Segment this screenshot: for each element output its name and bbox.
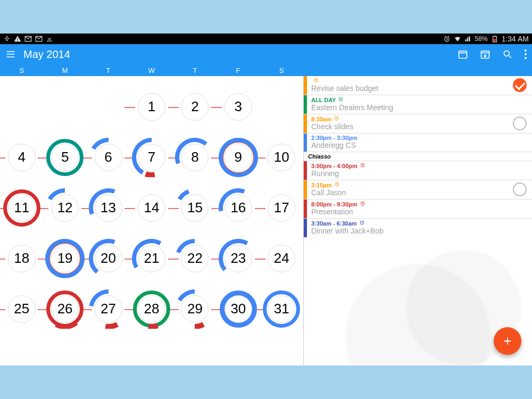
calendar-day[interactable]: 27	[87, 284, 130, 334]
event-time: 3:30am - 6:30am	[311, 220, 528, 227]
day-number: 29	[181, 295, 209, 323]
calendar-day[interactable]: 1	[130, 81, 173, 132]
day-of-week-header: SMTWTFS	[0, 64, 532, 76]
day-number: 18	[8, 245, 36, 272]
day-number: 24	[268, 245, 295, 272]
day-number: 2	[181, 93, 209, 121]
day-number: 19	[51, 245, 79, 272]
agenda-event[interactable]: 3:15pm Call Jason	[304, 180, 532, 199]
calendar-day[interactable]: 25	[0, 284, 43, 334]
calendar-day[interactable]: 2	[173, 81, 217, 132]
dow-label: M	[43, 64, 86, 76]
agenda-event[interactable]: 3:00pm - 4:00pm Running	[304, 161, 532, 180]
day-number: 25	[8, 295, 36, 323]
search-icon[interactable]	[502, 49, 513, 60]
calendar-day[interactable]: 13	[87, 182, 130, 233]
goto-date-icon[interactable]	[480, 49, 491, 60]
calendar-day[interactable]: 7	[130, 132, 173, 182]
agenda-event[interactable]: 2:30pm - 3:30pm Anderegg CS	[304, 133, 532, 152]
day-number: 6	[95, 144, 122, 171]
calendar-day[interactable]: 28	[130, 284, 173, 334]
day-number: 22	[181, 245, 209, 272]
day-number: 16	[225, 194, 252, 222]
day-number: 14	[138, 194, 165, 222]
calendar-day[interactable]: 17	[260, 182, 303, 233]
day-number: 17	[268, 194, 295, 222]
calendar-day[interactable]: 4	[0, 132, 43, 182]
day-number: 30	[225, 295, 252, 323]
calendar-day[interactable]: 31	[260, 284, 303, 334]
page-title[interactable]: May 2014	[23, 48, 70, 61]
calendar-day[interactable]: 8	[173, 132, 217, 182]
alarm-icon	[360, 201, 365, 207]
dow-label: F	[217, 64, 260, 76]
alarm-icon	[360, 162, 365, 169]
day-number: 7	[138, 144, 165, 171]
agenda-event[interactable]: 8:30am Check slides	[304, 114, 532, 133]
overflow-menu-icon[interactable]	[525, 49, 527, 59]
dow-label: W	[130, 64, 173, 76]
calendar-day[interactable]: 29	[173, 284, 217, 334]
day-number: 9	[225, 144, 252, 171]
agenda-event[interactable]: Revise sales budget	[304, 76, 532, 95]
calendar-day[interactable]: 23	[217, 233, 260, 284]
svg-rect-3	[494, 36, 495, 36]
agenda-event[interactable]: 8:00pm - 9:30pm Presentation	[304, 199, 532, 218]
event-title: Presentation	[311, 207, 528, 216]
calendar-day[interactable]: 3	[217, 81, 260, 132]
calendar-day[interactable]: 12	[43, 182, 86, 233]
svg-point-6	[504, 51, 509, 56]
calendar-day[interactable]: 21	[130, 233, 173, 284]
app-header: May 2014	[0, 44, 532, 64]
event-title: Check slides	[311, 122, 509, 131]
mail-icon	[35, 35, 43, 43]
add-event-fab[interactable]	[494, 327, 521, 355]
agenda-event[interactable]: 3:30am - 6:30am Dinner with Jack+Bob	[304, 218, 532, 237]
day-number: 11	[8, 194, 36, 222]
menu-icon[interactable]	[5, 49, 16, 60]
event-time: ALL DAY	[311, 96, 528, 103]
calendar-day[interactable]: 30	[217, 284, 260, 334]
calendar-day[interactable]: 19	[43, 233, 86, 284]
event-checkbox[interactable]	[513, 78, 527, 92]
event-checkbox[interactable]	[513, 117, 527, 130]
calendar-day[interactable]: 5	[43, 132, 86, 182]
day-number: 5	[51, 144, 79, 171]
event-time: 3:00pm - 4:00pm	[311, 162, 528, 169]
calendar-day[interactable]: 20	[87, 233, 130, 284]
clock-text: 1:34 AM	[502, 35, 529, 43]
event-title: Eastern Dealers Meeting	[311, 103, 528, 112]
calendar-day[interactable]: 15	[173, 182, 217, 233]
day-number: 3	[225, 93, 252, 121]
event-checkbox[interactable]	[513, 182, 527, 196]
event-time: 3:15pm	[311, 181, 509, 188]
alarm-icon	[313, 77, 319, 84]
day-number: 28	[138, 295, 165, 323]
calendar-day[interactable]: 22	[173, 233, 217, 284]
day-number: 23	[225, 245, 252, 272]
agenda-event[interactable]: ALL DAY Eastern Dealers Meeting	[304, 95, 532, 114]
calendar-day[interactable]: 9	[217, 132, 260, 182]
event-title: Revise sales budget	[311, 84, 509, 93]
dow-label: S	[260, 64, 303, 76]
calendar-day[interactable]: 14	[130, 182, 173, 233]
day-number: 26	[51, 295, 79, 323]
day-number: 21	[138, 245, 165, 272]
svg-rect-4	[459, 51, 467, 58]
calendar-day[interactable]: 6	[87, 132, 130, 182]
calendar-day[interactable]: 18	[0, 233, 43, 284]
mail-icon	[24, 35, 32, 43]
day-number: 13	[95, 194, 122, 222]
calendar-day[interactable]: 10	[260, 132, 303, 182]
agenda-panel: Revise sales budget ALL DAY Eastern Deal…	[303, 76, 532, 365]
today-icon[interactable]	[458, 49, 468, 60]
calendar-day[interactable]: 26	[43, 284, 86, 334]
event-time: 8:00pm - 9:30pm	[311, 201, 528, 207]
calendar-day[interactable]: 24	[260, 233, 303, 284]
agenda-section-label: Chiasso	[304, 152, 532, 161]
calendar-day[interactable]: 16	[217, 182, 260, 233]
day-number: 1	[138, 93, 165, 121]
dow-label: S	[0, 64, 43, 76]
calendar-day[interactable]: 11	[0, 182, 43, 233]
warning-icon	[14, 35, 21, 43]
